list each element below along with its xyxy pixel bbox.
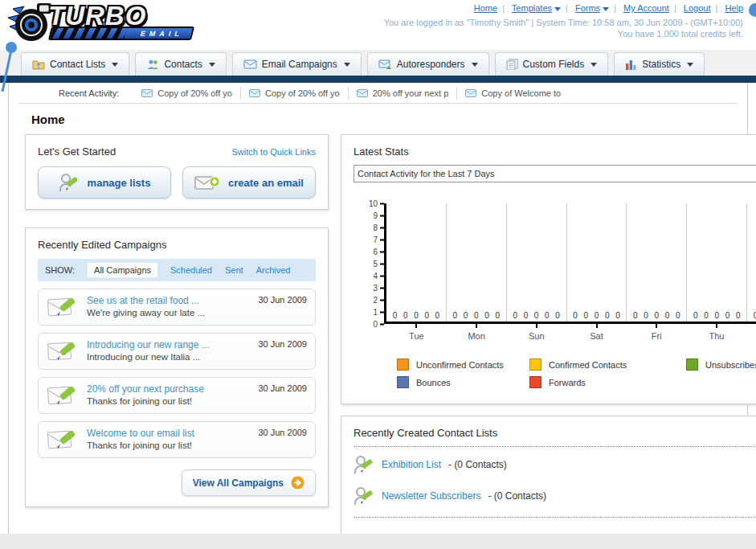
envelope-autoresponder-icon xyxy=(378,59,392,70)
campaign-title-link[interactable]: See us at the retail food ... xyxy=(87,295,250,306)
legend-item: Bounces xyxy=(397,376,529,388)
recently-edited-campaigns-panel: Recently Edited Campaigns SHOW: All Camp… xyxy=(25,227,329,507)
chevron-down-icon xyxy=(554,7,561,11)
filter-scheduled[interactable]: Scheduled xyxy=(170,265,212,275)
contact-lists-title: Recently Created Contact Lists xyxy=(353,427,756,439)
campaign-item: Introducing our new range ... Introducin… xyxy=(38,333,316,370)
top-nav-links: Home| Templates| Forms| My Account| Logo… xyxy=(474,3,743,13)
get-started-title: Let's Get Started xyxy=(38,145,116,158)
login-info: You are logged in as "Timothy Smith" | S… xyxy=(384,17,743,39)
contact-list-item: Exhibition List - (0 Contacts) xyxy=(353,447,756,478)
tab-autoresponders[interactable]: Autoresponders xyxy=(367,52,489,76)
campaign-date: 30 Jun 2009 xyxy=(258,383,307,393)
campaigns-filter-bar: SHOW: All Campaigns Scheduled Sent Archi… xyxy=(38,259,316,281)
switch-quick-links[interactable]: Switch to Quick Links xyxy=(231,147,316,157)
campaign-title-link[interactable]: Welcome to our email list xyxy=(87,428,250,439)
envelope-edit-icon xyxy=(47,383,79,408)
stats-period-select[interactable]: Contact Activity for the Last 7 Days xyxy=(353,165,756,182)
campaign-subtitle: Thanks for joining our list! xyxy=(87,440,250,450)
app-header: TURBO EMAIL Home| Templates| Forms| My A… xyxy=(0,0,756,50)
person-pencil-icon xyxy=(353,454,374,475)
chart-group: 00000 xyxy=(446,203,506,322)
get-started-panel: Let's Get Started Switch to Quick Links … xyxy=(25,134,329,210)
recent-activity-item[interactable]: 20% off your next p xyxy=(349,87,458,100)
chevron-down-icon xyxy=(603,7,609,11)
recent-activity-item[interactable]: Copy of 20% off yo xyxy=(133,87,241,100)
bar-chart-icon xyxy=(625,59,637,70)
nav-link-help[interactable]: Help xyxy=(725,3,743,13)
chart-group: 00000 xyxy=(686,203,746,322)
chevron-down-icon xyxy=(112,63,118,67)
chart-group: 00000 xyxy=(626,203,686,322)
campaign-item: 20% off your next purchase Thanks for jo… xyxy=(38,377,316,414)
campaign-item: Welcome to our email list Thanks for joi… xyxy=(38,421,316,458)
contact-list-item: Newsletter Subscribers - (0 Contacts) xyxy=(353,478,756,510)
chart-x-label: Wed xyxy=(746,324,756,342)
nav-link-forms[interactable]: Forms xyxy=(575,3,600,13)
logo-stripes xyxy=(50,28,126,39)
chart-legend: Unconfirmed ContactsConfirmed ContactsUn… xyxy=(397,358,756,388)
chart-group: 00000 xyxy=(506,203,566,322)
contact-activity-chart: 109876543210 000000000000000000000000000… xyxy=(365,203,756,388)
recent-contact-lists-panel: Recently Created Contact Lists Exhibitio… xyxy=(341,416,756,549)
content-frame: Recent Activity: Copy of 20% off yo Copy… xyxy=(8,83,748,549)
manage-lists-button[interactable]: manage lists xyxy=(38,166,171,199)
latest-stats-title: Latest Stats xyxy=(353,145,756,158)
chart-plot: 00000000000000000000000000000000000 xyxy=(384,203,756,324)
show-label: SHOW: xyxy=(45,265,75,275)
login-line: You are logged in as "Timothy Smith" | S… xyxy=(384,17,743,28)
tab-custom-fields[interactable]: Custom Fields xyxy=(495,52,609,76)
campaigns-title: Recently Edited Campaigns xyxy=(38,239,316,251)
tab-email-campaigns[interactable]: Email Campaigns xyxy=(232,52,362,76)
latest-stats-panel: Latest Stats Contact Activity for the La… xyxy=(341,134,756,404)
tab-statistics[interactable]: Statistics xyxy=(614,52,705,76)
chart-y-axis: 109876543210 xyxy=(365,203,384,324)
navy-divider-bar xyxy=(0,76,756,83)
envelope-edit-icon xyxy=(47,295,79,319)
filter-all-campaigns[interactable]: All Campaigns xyxy=(88,263,157,277)
chart-x-label: Fri xyxy=(627,324,687,342)
chevron-down-icon xyxy=(209,63,215,67)
view-all-campaigns-button[interactable]: View All Campaigns xyxy=(182,469,316,496)
chart-group: 00000 xyxy=(566,203,627,322)
recent-activity-label: Recent Activity: xyxy=(59,88,119,98)
turbocharger-icon xyxy=(6,2,53,43)
legend-item: Unsubscribes xyxy=(686,358,756,371)
envelope-icon xyxy=(465,89,476,97)
campaign-subtitle: We're giving away our late ... xyxy=(87,308,250,318)
campaign-title-link[interactable]: 20% off your next purchase xyxy=(87,383,250,395)
person-pencil-icon xyxy=(59,172,80,193)
nav-link-logout[interactable]: Logout xyxy=(684,3,711,13)
legend-item: Confirmed Contacts xyxy=(529,358,686,371)
nav-link-home[interactable]: Home xyxy=(474,3,497,13)
recent-activity-item[interactable]: Copy of Welcome to xyxy=(457,87,569,100)
chevron-down-icon xyxy=(344,63,350,67)
tab-contacts[interactable]: Contacts xyxy=(135,52,226,76)
logo-subtitle: EMAIL xyxy=(140,30,184,38)
nav-link-my-account[interactable]: My Account xyxy=(623,3,669,13)
contact-folder-icon xyxy=(32,59,45,70)
envelope-plus-icon xyxy=(194,174,220,191)
filter-archived[interactable]: Archived xyxy=(256,265,291,275)
nav-link-templates[interactable]: Templates xyxy=(512,3,552,13)
chevron-down-icon xyxy=(590,63,597,67)
logo-title: TURBO xyxy=(48,2,193,30)
contact-list-link[interactable]: Newsletter Subscribers xyxy=(382,490,480,502)
campaign-date: 30 Jun 2009 xyxy=(258,295,307,305)
dotted-divider xyxy=(353,517,756,518)
campaign-title-link[interactable]: Introducing our new range ... xyxy=(87,339,250,350)
filter-sent[interactable]: Sent xyxy=(225,265,243,275)
turbo-email-logo: TURBO EMAIL xyxy=(6,2,193,43)
tab-contact-lists[interactable]: Contact Lists xyxy=(21,52,129,76)
page-title: Home xyxy=(31,113,747,126)
main-tab-bar: Contact Lists Contacts Email Campaigns A… xyxy=(0,50,756,76)
envelope-edit-icon xyxy=(47,428,79,452)
legend-item: Unconfirmed Contacts xyxy=(397,358,529,371)
contact-list-link[interactable]: Exhibition List xyxy=(382,459,441,470)
create-email-button[interactable]: create an email xyxy=(182,166,316,199)
contact-list-count: - (0 Contacts) xyxy=(488,490,546,502)
recent-activity-item[interactable]: Copy of 20% off yo xyxy=(241,87,349,100)
envelope-icon xyxy=(249,89,260,97)
campaign-subtitle: Introducing our new Italia ... xyxy=(87,352,250,362)
envelope-icon xyxy=(141,89,153,97)
